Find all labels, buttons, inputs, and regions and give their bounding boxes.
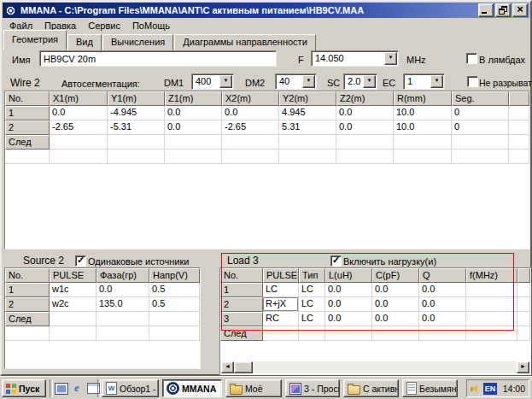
wire-cell[interactable]: -2.65 <box>50 120 108 135</box>
dm1-label: DM1 <box>164 78 184 88</box>
chevron-down-icon[interactable] <box>363 75 376 88</box>
empty-cell <box>149 326 200 341</box>
wire-row-header[interactable]: 2 <box>5 120 50 135</box>
taskbar-button-moe[interactable]: Моё <box>225 379 282 397</box>
minimize-button[interactable] <box>478 3 494 17</box>
tab-geometry[interactable]: Геометрия <box>3 30 67 50</box>
wire-col-header: Y1(m) <box>108 91 165 106</box>
source-row-header[interactable]: 2 <box>5 297 50 312</box>
lambda-checkbox[interactable] <box>466 53 477 64</box>
wire-cell[interactable]: 0.0 <box>336 120 394 135</box>
taskbar-button-mmana[interactable]: MMANA <box>162 379 222 397</box>
wire-row-header[interactable]: 1 <box>5 106 50 120</box>
start-button[interactable]: Пуск <box>2 379 46 397</box>
source-cell[interactable]: 0.0 <box>96 283 149 297</box>
close-button[interactable] <box>512 3 528 17</box>
source-cell[interactable] <box>50 312 96 326</box>
taskbar-button-viewer[interactable]: 3 - Просм... <box>285 379 340 397</box>
source-cell[interactable]: 0.5 <box>149 297 200 312</box>
menu-edit[interactable]: Правка <box>38 21 82 31</box>
empty-cell <box>5 326 50 341</box>
wire-cell[interactable] <box>50 135 108 150</box>
wire-cell[interactable]: 10.0 <box>394 120 452 135</box>
wire-cell[interactable]: 0.0 <box>222 106 279 120</box>
menu-service[interactable]: Сервис <box>82 21 126 31</box>
wire-col-header: Z2(m) <box>336 91 394 106</box>
source-cell[interactable] <box>149 312 200 326</box>
internet-explorer-icon[interactable] <box>71 382 83 394</box>
wire-cell[interactable]: -5.31 <box>108 120 165 135</box>
wire-cell[interactable] <box>394 135 452 150</box>
taskbar-button-folder-active[interactable]: С активн... <box>343 379 399 397</box>
folder-icon <box>230 385 243 395</box>
chevron-down-icon[interactable] <box>219 75 232 88</box>
wire-table-header-row: No. X1(m) Y1(m) Z1(m) X2(m) Y2(m) Z2(m) … <box>5 91 529 106</box>
frequency-combobox[interactable]: 14.050 <box>311 50 399 67</box>
menu-file[interactable]: Файл <box>3 21 38 31</box>
dm2-label: DM2 <box>245 78 265 88</box>
show-desktop-icon[interactable] <box>55 383 68 395</box>
taskbar-separator <box>97 379 101 397</box>
wire-cell[interactable]: 0.0 <box>165 120 222 135</box>
source-cell[interactable]: w1c <box>50 283 96 297</box>
wire-cell[interactable]: 5.31 <box>279 120 336 135</box>
sc-combobox[interactable]: 2.0 <box>343 73 377 90</box>
dm1-combobox[interactable]: 400 <box>191 73 234 90</box>
wire-cell[interactable]: 10.0 <box>394 106 452 120</box>
wire-cell[interactable]: 0 <box>452 120 509 135</box>
ec-label: EC <box>383 78 395 88</box>
chevron-down-icon[interactable] <box>384 52 397 65</box>
scrollbar-thumb[interactable] <box>234 361 253 373</box>
scroll-left-icon[interactable] <box>221 361 234 373</box>
source-cell[interactable]: 0.5 <box>149 283 200 297</box>
tab-calculations[interactable]: Вычисления <box>102 34 173 50</box>
wire-next-row-header[interactable]: След <box>5 135 50 150</box>
load-col-header-filler <box>517 268 530 283</box>
menu-help[interactable]: ПоМощь <box>126 21 176 31</box>
chevron-down-icon[interactable] <box>430 75 443 88</box>
source-table-next-row: След <box>5 312 200 326</box>
titlebar[interactable]: MMANA - C:\Program Files\MMANA\ANT\С акт… <box>3 3 529 18</box>
wire-cell[interactable] <box>222 135 279 150</box>
language-indicator[interactable]: EN <box>483 383 497 395</box>
source-row-header[interactable]: 1 <box>5 283 50 297</box>
load-horizontal-scrollbar[interactable] <box>221 361 529 373</box>
wire-cell[interactable]: -2.65 <box>222 120 279 135</box>
source-cell[interactable]: w2c <box>50 297 96 312</box>
wire-cell[interactable]: 4.945 <box>279 106 336 120</box>
wire-cell[interactable]: 0.0 <box>165 106 222 120</box>
source-next-row-header[interactable]: След <box>5 312 50 326</box>
tab-view[interactable]: Вид <box>67 34 102 50</box>
wire-cell[interactable] <box>279 135 336 150</box>
taskbar-button-obzor[interactable]: Обзор1 - ... <box>102 379 159 397</box>
wire-cell[interactable]: 0.0 <box>50 106 108 120</box>
wire-cell[interactable]: 0 <box>452 106 509 120</box>
antenna-name-input[interactable] <box>39 50 277 67</box>
wire-table-row: 1 0.0 -4.945 0.0 0.0 4.945 0.0 10.0 0 <box>5 106 529 120</box>
speaker-icon[interactable] <box>471 384 480 394</box>
identical-sources-checkbox[interactable] <box>75 255 86 267</box>
scroll-right-icon[interactable] <box>517 361 529 373</box>
nobreak-checkbox[interactable] <box>467 76 478 87</box>
frequency-label: F <box>298 55 304 65</box>
dm2-combobox[interactable]: 40 <box>275 73 317 90</box>
mmana-window: MMANA - C:\Program Files\MMANA\ANT\С акт… <box>0 0 532 376</box>
tab-patterns[interactable]: Диаграммы направленности <box>174 34 316 50</box>
load-cell-filler <box>517 283 530 297</box>
source-cell[interactable]: 135.0 <box>96 297 149 312</box>
taskbar-button-label: MMANA <box>182 384 216 394</box>
wire-cell[interactable] <box>108 135 165 150</box>
wire-cell[interactable]: 0.0 <box>336 106 394 120</box>
wire-cell[interactable] <box>336 135 394 150</box>
ec-combobox[interactable]: 1 <box>403 73 445 90</box>
wire-cell[interactable] <box>452 135 509 150</box>
source-cell[interactable] <box>96 312 149 326</box>
taskbar-button-label: 3 - Просм... <box>304 384 340 394</box>
source-col-header: Напр(V) <box>149 268 200 283</box>
chevron-down-icon[interactable] <box>302 75 315 88</box>
restore-button[interactable] <box>495 3 511 17</box>
taskbar-separator <box>50 379 53 397</box>
wire-cell[interactable]: -4.945 <box>108 106 165 120</box>
taskbar-button-untitled[interactable]: Безымянн... <box>402 379 458 397</box>
wire-cell[interactable] <box>165 135 222 150</box>
